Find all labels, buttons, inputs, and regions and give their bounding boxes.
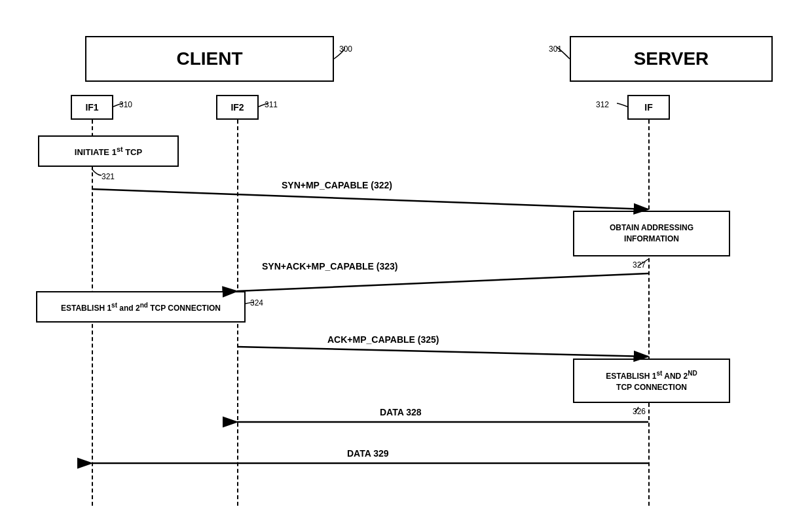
if-server-box: IF — [627, 95, 670, 120]
ref-327: 327 — [633, 260, 646, 270]
ref-300: 300 — [339, 44, 352, 54]
if1-box: IF1 — [71, 95, 113, 120]
ack-mp-capable-label: ACK+MP_CAPABLE (325) — [327, 334, 439, 345]
server-box: SERVER — [570, 36, 773, 82]
data-329-label: DATA 329 — [347, 448, 389, 459]
if2-box: IF2 — [216, 95, 259, 120]
ref-311: 311 — [265, 100, 278, 109]
data-328-label: DATA 328 — [380, 407, 422, 417]
client-box: CLIENT — [85, 36, 334, 82]
syn-ack-mp-capable-label: SYN+ACK+MP_CAPABLE (323) — [262, 261, 397, 272]
initiate-tcp-box: INITIATE 1st TCP — [38, 135, 179, 167]
ref-310: 310 — [119, 100, 132, 109]
ref-312: 312 — [596, 100, 609, 109]
ref-324: 324 — [250, 298, 263, 307]
ref-326: 326 — [633, 407, 646, 416]
svg-line-4 — [237, 347, 648, 357]
dashed-if-server — [648, 120, 650, 506]
diagram: CLIENT 300 SERVER 301 IF1 310 IF2 311 IF… — [0, 0, 812, 526]
svg-line-3 — [237, 273, 648, 291]
establish-server-box: ESTABLISH 1st AND 2NDTCP CONNECTION — [573, 359, 730, 403]
establish-client-box: ESTABLISH 1st and 2nd TCP CONNECTION — [36, 291, 246, 323]
obtain-addressing-box: OBTAIN ADDRESSINGINFORMATION — [573, 211, 730, 256]
ref-301: 301 — [549, 44, 562, 54]
ref-321: 321 — [101, 172, 115, 181]
svg-line-2 — [92, 189, 648, 209]
syn-mp-capable-label: SYN+MP_CAPABLE (322) — [282, 180, 392, 190]
